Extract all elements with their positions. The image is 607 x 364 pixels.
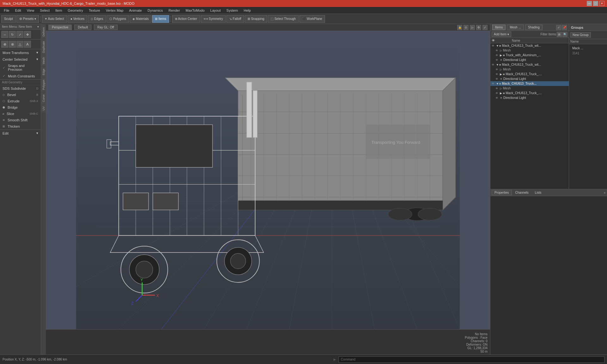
vp-render-icon[interactable]: ▷ <box>470 25 475 30</box>
more-transforms-btn[interactable]: More Transforms ▾ <box>0 49 41 56</box>
menu-render[interactable]: Render <box>166 8 182 13</box>
list-item[interactable]: 👁 ☀ Directional Light <box>490 58 569 62</box>
sds-subdivide-btn[interactable]: SDS Subdivide D <box>0 85 41 92</box>
list-item[interactable]: 👁 ▷ Mesh <box>490 67 569 72</box>
bevel-btn[interactable]: ◇ Bevel B <box>0 92 41 98</box>
snaps-precision-btn[interactable]: ✓ Snaps and Precision <box>0 63 41 73</box>
bridge-btn[interactable]: ⬟ Bridge <box>0 104 41 111</box>
vp-lock-icon[interactable]: 🔒 <box>457 25 462 30</box>
tool-icon-4[interactable]: A <box>24 41 31 48</box>
menu-animate[interactable]: Animate <box>126 8 144 13</box>
vp-camera-icon[interactable]: ⊙ <box>463 25 469 30</box>
action-center-button[interactable]: ⊕ Action Center <box>172 15 200 23</box>
expand-props-icon[interactable]: + <box>604 191 606 195</box>
symmetry-button[interactable]: ⟺ Symmetry <box>201 15 226 23</box>
curve-tab[interactable]: Curve <box>41 93 46 104</box>
tool-icon-3[interactable]: △ <box>16 41 23 48</box>
list-item[interactable]: 👁 ▼ ■ Mack_CHU613_Truck_wit... <box>490 43 569 48</box>
sculpt-button[interactable]: Sculpt <box>1 15 16 23</box>
list-item[interactable]: 👁 ▶ ■ Truck_with_Aluminum_... <box>490 53 569 58</box>
menu-file[interactable]: File <box>1 8 12 13</box>
list-item[interactable]: 👁 ▼ ■ Mack_CHU613_Truck_wit... <box>490 62 569 67</box>
mesh-tab-right[interactable]: Mesh ... <box>507 25 524 30</box>
edge-tab[interactable]: Edge <box>41 67 46 77</box>
thicken-btn[interactable]: ⊞ Thicken <box>0 123 41 130</box>
move-icon[interactable]: ↔ <box>1 31 8 38</box>
presets-button[interactable]: ⚙ Presets ▾ <box>16 15 39 23</box>
new-group-button[interactable]: New Group <box>570 32 591 38</box>
falloff-button[interactable]: ↘ Falloff <box>226 15 244 23</box>
polygon-tab[interactable]: Polygon <box>41 78 46 92</box>
close-button[interactable]: ✕ <box>599 1 604 6</box>
properties-tab[interactable]: Properties <box>492 190 512 195</box>
select-through-button[interactable]: ⬚ Select Through <box>268 15 298 23</box>
menu-edit[interactable]: Edit <box>13 8 24 13</box>
items-panel: Items Mesh ... Shading ⤢ 📌 Add Item ▾ Fi… <box>490 24 569 189</box>
minimize-button[interactable]: — <box>587 1 592 6</box>
scale-icon[interactable]: ⤢ <box>16 31 23 38</box>
list-item[interactable]: 👁 ▼ ■ Mack_CHU613_Truck... <box>490 81 569 86</box>
menu-texture[interactable]: Texture <box>86 8 103 13</box>
menu-dynamics[interactable]: Dynamics <box>145 8 165 13</box>
default-tab[interactable]: Default <box>74 25 91 30</box>
tool-icon-2[interactable]: ⊗ <box>9 41 16 48</box>
list-item[interactable]: 👁 ▶ ■ Mack_CHU613_Truck_.... <box>490 91 569 95</box>
menu-geometry[interactable]: Geometry <box>65 8 85 13</box>
deform-tab[interactable]: Deform <box>41 25 46 39</box>
extrude-btn[interactable]: ⬡ Extrude Shift-X <box>0 98 41 104</box>
shading-tab[interactable]: Shading <box>525 25 543 30</box>
center-selected-btn[interactable]: Center Selected ▾ <box>0 56 41 63</box>
list-item[interactable]: 👁 ☀ Directional Light <box>490 95 569 100</box>
bevel-label: Bevel <box>7 93 16 97</box>
menu-maxtomodo[interactable]: MaxToModo <box>183 8 207 13</box>
vp-maximize-icon[interactable]: ⤢ <box>482 25 487 30</box>
3d-viewport[interactable]: Transporting You Forward <box>46 31 490 329</box>
transform-icon[interactable]: ✥ <box>24 31 31 38</box>
menu-vertex-map[interactable]: Vertex Map <box>103 8 126 13</box>
svg-rect-71 <box>253 91 257 137</box>
panel-expand-icon[interactable]: ⤢ <box>556 25 561 30</box>
menu-item[interactable]: Item <box>53 8 64 13</box>
perspective-tab[interactable]: Perspective <box>48 25 72 30</box>
group-item[interactable]: Mack ... <box>570 46 606 51</box>
rotate-icon[interactable]: ↻ <box>9 31 16 38</box>
menu-system[interactable]: System <box>224 8 241 13</box>
menu-help[interactable]: Help <box>241 8 254 13</box>
panel-pin-icon[interactable]: 📌 <box>562 25 567 30</box>
list-item[interactable]: 👁 ☀ Directional Light <box>490 76 569 81</box>
vertices-button[interactable]: ● Vertices <box>68 15 87 23</box>
duplicate-tab[interactable]: Duplicate <box>41 39 46 55</box>
list-item[interactable]: 👁 ▷ Mesh <box>490 48 569 53</box>
vp-settings-icon[interactable]: ⚙ <box>476 25 481 30</box>
list-item[interactable]: 👁 ▶ ■ Mack_CHU613_Truck_.... <box>490 72 569 76</box>
materials-button[interactable]: ◈ Materials <box>130 15 151 23</box>
mesh-tab[interactable]: Mesh <box>41 55 46 66</box>
workplane-button[interactable]: ⬛ WorkPlane <box>299 15 325 23</box>
channels-tab[interactable]: Channels <box>512 190 531 195</box>
items-button[interactable]: ⊞ Items <box>152 15 169 23</box>
menu-select[interactable]: Select <box>37 8 52 13</box>
edit-btn[interactable]: Edit ▾ <box>0 130 41 136</box>
ray-gl-tab[interactable]: Ray GL: Off <box>94 25 118 30</box>
items-tab[interactable]: Items <box>492 25 506 30</box>
item-menu-header[interactable]: Item Menu: New Item ▾ <box>0 24 41 29</box>
title-text: Mack_CHU613_Truck_with_Hyundai_HDC-6_Car… <box>3 2 134 5</box>
menu-layout[interactable]: Layout <box>208 8 223 13</box>
auto-select-button[interactable]: ✦ Auto Select <box>42 15 67 23</box>
lists-tab[interactable]: Lists <box>532 190 544 195</box>
snapping-button[interactable]: ⊞ Snapping <box>245 15 267 23</box>
tool-icon-1[interactable]: ⊕ <box>1 41 8 48</box>
list-item[interactable]: 👁 ▷ Mesh <box>490 86 569 91</box>
maximize-button[interactable]: □ <box>593 1 598 6</box>
add-item-button[interactable]: Add Item ▾ <box>492 32 511 37</box>
edges-button[interactable]: ◇ Edges <box>88 15 106 23</box>
polygons-button[interactable]: ⬡ Polygons <box>107 15 129 23</box>
command-input[interactable] <box>339 356 604 363</box>
search-icon[interactable]: 🔍 <box>562 32 567 37</box>
smooth-shift-btn[interactable]: ≋ Smooth Shift <box>0 117 41 123</box>
uv-tab[interactable]: UV <box>41 105 46 112</box>
filter-icon[interactable]: ⊞ <box>557 32 562 37</box>
mesh-constraints-btn[interactable]: ✓ Mesh Constraints <box>0 73 41 79</box>
slice-btn[interactable]: ⌀ Slice Shift-C <box>0 111 41 117</box>
menu-view[interactable]: View <box>24 8 37 13</box>
